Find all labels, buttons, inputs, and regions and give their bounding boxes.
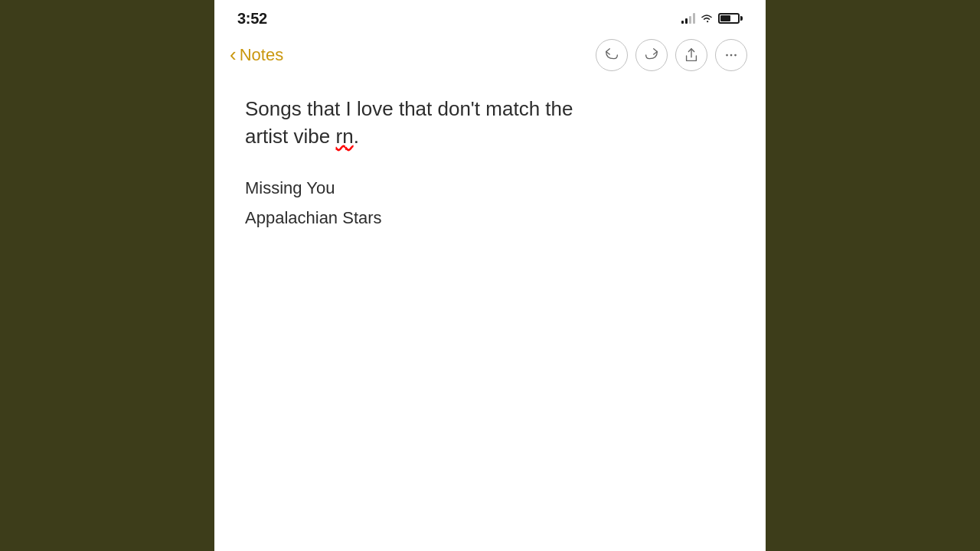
back-label: Notes [240, 45, 283, 65]
back-chevron-icon: ‹ [230, 44, 237, 64]
signal-bar-3 [689, 16, 691, 24]
battery-icon [718, 13, 743, 24]
signal-bar-2 [685, 18, 688, 24]
battery-tip [740, 16, 743, 21]
list-item: Missing You [245, 174, 735, 202]
battery-body [718, 13, 740, 24]
more-button[interactable] [715, 39, 747, 71]
note-title-line2-end: . [354, 125, 359, 148]
signal-bar-1 [681, 21, 684, 24]
share-button[interactable] [675, 39, 707, 71]
status-icons [681, 13, 743, 24]
undo-icon [603, 47, 620, 64]
toolbar-buttons [596, 39, 747, 71]
navigation-bar: ‹ Notes [214, 34, 766, 80]
svg-point-1 [730, 54, 733, 57]
note-rn-word: rn [336, 125, 354, 148]
share-icon [683, 47, 700, 64]
svg-point-2 [734, 54, 737, 57]
phone-screen: 3:52 [214, 0, 766, 551]
wifi-icon [700, 13, 714, 24]
status-time: 3:52 [237, 10, 267, 28]
note-title: Songs that I love that don't match the a… [245, 95, 735, 151]
note-title-line1: Songs that I love that don't match the [245, 97, 573, 120]
battery-fill [720, 15, 730, 21]
note-list: Missing You Appalachian Stars [245, 174, 735, 233]
status-bar: 3:52 [214, 0, 766, 34]
undo-button[interactable] [596, 39, 628, 71]
note-content[interactable]: Songs that I love that don't match the a… [214, 80, 766, 551]
back-button[interactable]: ‹ Notes [230, 45, 283, 65]
signal-bar-4 [693, 13, 695, 24]
more-icon [723, 47, 740, 64]
list-item: Appalachian Stars [245, 204, 735, 232]
redo-icon [643, 47, 660, 64]
svg-point-0 [726, 54, 728, 57]
redo-button[interactable] [635, 39, 668, 71]
signal-icon [681, 13, 695, 24]
note-title-line2-start: artist vibe [245, 125, 336, 148]
